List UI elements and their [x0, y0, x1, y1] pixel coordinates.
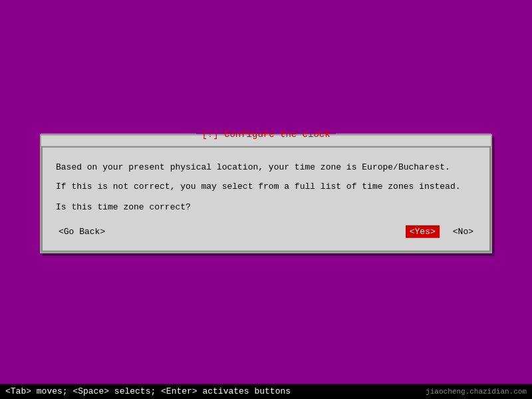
dialog-outer: [!] Configure the clock Based on your pr…	[40, 134, 492, 253]
dialog-line1: Based on your present physical location,…	[56, 161, 476, 175]
dialog-line2: If this is not correct, you may select f…	[56, 180, 476, 194]
desktop: [!] Configure the clock Based on your pr…	[0, 0, 532, 399]
dialog-content: Based on your present physical location,…	[41, 146, 491, 252]
title-line-left	[41, 134, 196, 135]
title-line-right	[336, 134, 491, 135]
go-back-button[interactable]: <Go Back>	[56, 225, 108, 237]
yes-button[interactable]: <Yes>	[406, 225, 440, 237]
dialog-buttons: <Go Back> <Yes> <No>	[56, 222, 476, 240]
dialog-wrapper: [!] Configure the clock Based on your pr…	[40, 134, 492, 253]
status-text: <Tab> moves; <Space> selects; <Enter> ac…	[5, 386, 291, 396]
no-button[interactable]: <No>	[450, 225, 476, 237]
button-right-group: <Yes> <No>	[406, 225, 476, 237]
watermark: jiaocheng.chazidian.com	[426, 388, 527, 396]
dialog-question: Is this time zone correct?	[56, 201, 476, 211]
status-bar: <Tab> moves; <Space> selects; <Enter> ac…	[0, 384, 532, 399]
title-container: [!] Configure the clock	[41, 129, 491, 140]
dialog-title: [!] Configure the clock	[196, 129, 335, 140]
